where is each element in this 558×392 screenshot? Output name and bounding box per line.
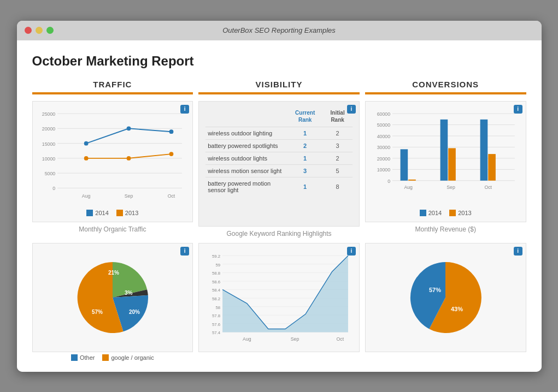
keyword-row: wireless outdoor lights12 bbox=[205, 152, 353, 164]
keyword-row: wireless motion sensor light35 bbox=[205, 164, 353, 177]
legend-2014-icon bbox=[86, 210, 93, 216]
svg-text:20000: 20000 bbox=[42, 126, 55, 132]
svg-text:0: 0 bbox=[387, 178, 390, 183]
report-title: October Marketing Report bbox=[32, 54, 526, 69]
svg-text:60000: 60000 bbox=[377, 111, 390, 116]
pie1-other-label: Other bbox=[80, 354, 95, 361]
conversions-legend: 2014 2013 bbox=[371, 210, 520, 216]
svg-text:5000: 5000 bbox=[44, 171, 55, 176]
app-window: OuterBox SEO Reporting Examples October … bbox=[17, 21, 542, 372]
svg-rect-40 bbox=[420, 210, 426, 216]
conv-legend-2014: 2014 bbox=[420, 210, 442, 216]
current-rank-value: 3 bbox=[287, 164, 322, 177]
minimize-button[interactable] bbox=[36, 27, 43, 34]
svg-text:Aug: Aug bbox=[243, 336, 251, 341]
area-chart: 59.2 59 58.8 58.6 58.4 58.2 58 57.8 57.6… bbox=[204, 249, 354, 350]
svg-text:58.6: 58.6 bbox=[212, 279, 220, 284]
current-rank-value: 2 bbox=[287, 139, 322, 152]
svg-rect-22 bbox=[116, 210, 123, 216]
pie1-section: i bbox=[32, 243, 193, 361]
pie2-section: i 57% 43% bbox=[365, 243, 526, 361]
bar-aug-2014 bbox=[400, 149, 408, 180]
current-rank-value: 1 bbox=[287, 177, 322, 196]
keyword-name: wireless outdoor lighting bbox=[205, 127, 287, 139]
svg-text:58: 58 bbox=[216, 305, 221, 310]
svg-text:58.8: 58.8 bbox=[212, 271, 220, 276]
visibility-bar bbox=[198, 92, 360, 94]
svg-point-15 bbox=[84, 141, 88, 145]
svg-rect-46 bbox=[71, 354, 78, 361]
svg-text:57.6: 57.6 bbox=[212, 322, 220, 326]
pie2-info-badge[interactable]: i bbox=[514, 247, 522, 256]
svg-text:Sep: Sep bbox=[124, 193, 133, 198]
conv-legend-2013-icon bbox=[449, 210, 456, 216]
svg-text:Oct: Oct bbox=[484, 185, 492, 190]
visibility-chart-label: Google Keyword Ranking Highlights bbox=[198, 230, 360, 237]
svg-text:43%: 43% bbox=[451, 306, 463, 312]
svg-text:58.2: 58.2 bbox=[212, 296, 220, 301]
svg-text:50000: 50000 bbox=[377, 122, 390, 128]
svg-point-17 bbox=[169, 129, 173, 134]
svg-text:Sep: Sep bbox=[447, 185, 455, 190]
svg-text:30000: 30000 bbox=[377, 145, 390, 150]
pie1-legend: Other google / organic bbox=[32, 354, 193, 361]
legend-2014-label: 2014 bbox=[95, 210, 108, 216]
legend-2013-label: 2013 bbox=[125, 210, 138, 216]
keyword-name: wireless motion sensor light bbox=[205, 164, 287, 177]
area-chart-panel: i 59.2 59 58.8 58.6 58.4 58.2 58 57.8 57… bbox=[198, 243, 360, 352]
close-button[interactable] bbox=[25, 27, 32, 34]
conversions-chart-label: Monthly Revenue ($) bbox=[365, 225, 526, 233]
conversions-info-badge[interactable]: i bbox=[514, 105, 522, 114]
svg-text:25000: 25000 bbox=[42, 111, 55, 116]
current-rank-value: 1 bbox=[287, 127, 322, 139]
legend-2013-icon bbox=[116, 210, 123, 216]
keywords-table: Keyword Current Rank Initial Rank wirele… bbox=[205, 108, 353, 196]
bar-sep-2013 bbox=[448, 148, 456, 180]
pie2-chart: 57% 43% bbox=[404, 257, 486, 338]
svg-text:59.2: 59.2 bbox=[212, 254, 220, 259]
svg-text:20000: 20000 bbox=[377, 156, 390, 161]
keyword-row: wireless outdoor lighting12 bbox=[205, 127, 353, 139]
bar-oct-2013 bbox=[488, 154, 496, 181]
conv-legend-2014-icon bbox=[420, 210, 426, 216]
svg-text:59: 59 bbox=[216, 262, 221, 267]
svg-text:10000: 10000 bbox=[377, 167, 390, 173]
svg-text:0: 0 bbox=[52, 186, 55, 191]
svg-text:21%: 21% bbox=[108, 270, 119, 276]
maximize-button[interactable] bbox=[46, 27, 54, 34]
svg-rect-41 bbox=[449, 210, 456, 216]
svg-text:58.4: 58.4 bbox=[212, 288, 221, 293]
svg-rect-47 bbox=[102, 354, 109, 361]
pie1-panel: i bbox=[32, 243, 193, 352]
visibility-header: VISIBILITY bbox=[198, 80, 360, 89]
svg-text:Oct: Oct bbox=[337, 336, 344, 341]
visibility-info-badge[interactable]: i bbox=[347, 105, 356, 114]
traffic-lights bbox=[25, 27, 54, 34]
conv-legend-2013-label: 2013 bbox=[458, 210, 471, 216]
initial-rank-value: 8 bbox=[322, 177, 352, 196]
initial-rank-value: 3 bbox=[322, 139, 352, 152]
area-section: i 59.2 59 58.8 58.6 58.4 58.2 58 57.8 57… bbox=[198, 243, 360, 361]
svg-point-19 bbox=[126, 156, 131, 161]
bottom-row: i bbox=[32, 243, 526, 361]
traffic-chart-label: Monthly Organic Traffic bbox=[32, 225, 193, 233]
pie1-chart: 21% 3% 20% 57% bbox=[72, 257, 154, 338]
pie1-organic-label: google / organic bbox=[111, 354, 154, 361]
svg-text:Sep: Sep bbox=[291, 336, 299, 341]
pie1-info-badge[interactable]: i bbox=[180, 247, 189, 256]
titlebar: OuterBox SEO Reporting Examples bbox=[17, 21, 542, 40]
area-info-badge[interactable]: i bbox=[347, 247, 356, 256]
svg-text:20%: 20% bbox=[129, 309, 140, 315]
legend-2014: 2014 bbox=[86, 210, 108, 216]
traffic-info-badge[interactable]: i bbox=[180, 105, 189, 114]
legend-2013: 2013 bbox=[116, 210, 138, 216]
svg-text:57.8: 57.8 bbox=[212, 313, 220, 318]
current-rank-value: 1 bbox=[287, 152, 322, 164]
bar-oct-2014 bbox=[480, 119, 487, 180]
svg-point-16 bbox=[126, 126, 131, 130]
svg-text:Aug: Aug bbox=[404, 185, 413, 190]
svg-text:3%: 3% bbox=[125, 290, 133, 296]
traffic-header: TRAFFIC bbox=[32, 80, 193, 89]
pie2-panel: i 57% 43% bbox=[365, 243, 526, 352]
svg-text:10000: 10000 bbox=[42, 156, 55, 161]
